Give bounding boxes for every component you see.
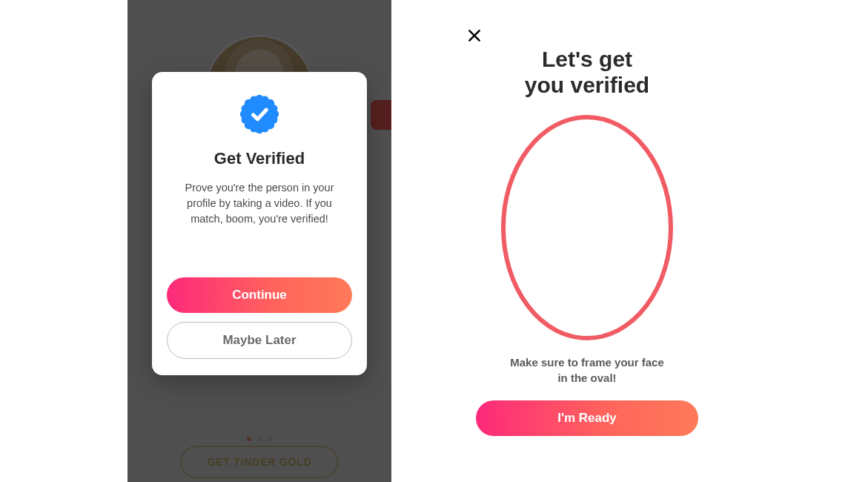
get-verified-modal: Get Verified Prove you're the person in …	[152, 72, 367, 375]
hint-line1: Make sure to frame your face	[510, 356, 664, 369]
phone-screen-right: Let's get you verified Make sure to fram…	[451, 0, 723, 482]
verified-badge-icon	[239, 94, 279, 134]
face-frame-oval	[499, 113, 675, 343]
phone-screen-left: GET TINDER GOLD	[127, 0, 391, 482]
svg-point-12	[262, 125, 269, 132]
svg-point-14	[242, 116, 249, 124]
im-ready-button[interactable]: I'm Ready	[476, 400, 698, 436]
svg-point-10	[262, 96, 269, 104]
title-line1: Let's get	[542, 47, 632, 71]
page-title: Let's get you verified	[451, 46, 723, 99]
svg-point-17	[503, 117, 671, 338]
maybe-later-button[interactable]: Maybe Later	[167, 322, 352, 359]
close-icon[interactable]	[466, 27, 483, 44]
svg-point-13	[242, 105, 249, 112]
svg-point-16	[270, 116, 277, 124]
modal-body: Prove you're the person in your profile …	[174, 180, 345, 227]
svg-point-9	[250, 96, 257, 104]
hint-line2: in the oval!	[557, 372, 616, 384]
svg-point-11	[250, 125, 257, 132]
modal-title: Get Verified	[167, 149, 352, 168]
svg-point-15	[270, 105, 277, 112]
frame-hint-text: Make sure to frame your face in the oval…	[451, 354, 723, 386]
continue-button[interactable]: Continue	[167, 277, 352, 313]
title-line2: you verified	[525, 73, 649, 97]
